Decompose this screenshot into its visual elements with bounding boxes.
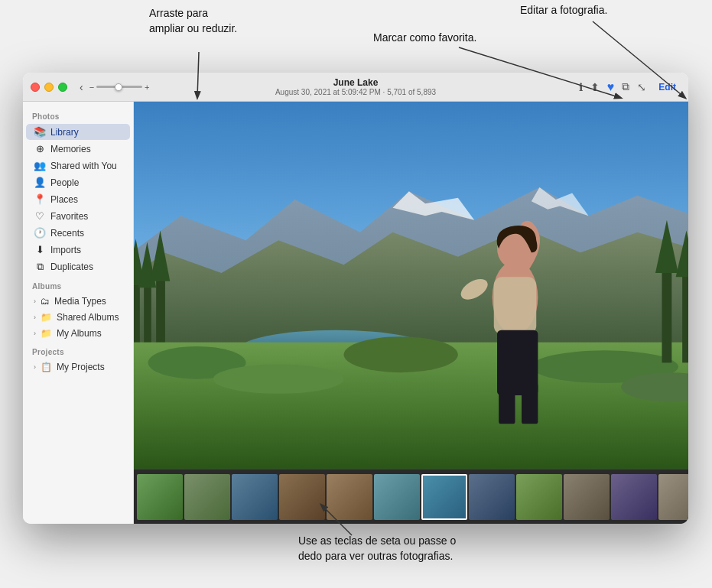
sidebar-item-my-projects[interactable]: › 📋 My Projects bbox=[26, 359, 130, 375]
crop-icon[interactable]: ⤡ bbox=[637, 81, 646, 93]
shared-albums-icon: 📁 bbox=[41, 312, 52, 323]
edit-button[interactable]: Edit bbox=[654, 80, 681, 94]
sidebar-item-media-types[interactable]: › 🗂 Media Types bbox=[26, 294, 130, 309]
photo-title: June Lake bbox=[275, 77, 436, 88]
sidebar: Photos 📚 Library ⊕ Memories 👥 Shared wit… bbox=[23, 102, 134, 524]
photo-info: June Lake August 30, 2021 at 5:09:42 PM … bbox=[275, 77, 436, 96]
svg-point-22 bbox=[344, 336, 458, 372]
thumb-4[interactable] bbox=[279, 474, 325, 520]
zoom-slider-track[interactable] bbox=[96, 86, 142, 88]
annotation-filmstrip: Use as teclas de seta ou passe o dedo pa… bbox=[298, 534, 456, 564]
sidebar-item-my-albums[interactable]: › 📁 My Albums bbox=[26, 326, 130, 341]
nav-controls: ‹ bbox=[76, 80, 86, 95]
sidebar-item-library[interactable]: 📚 Library bbox=[26, 124, 130, 140]
favorites-label: Favorites bbox=[50, 211, 122, 222]
annotation-favorite: Marcar como favorita. bbox=[373, 31, 476, 46]
places-label: Places bbox=[50, 194, 122, 205]
zoom-out-button[interactable]: − bbox=[89, 83, 94, 92]
close-button[interactable] bbox=[31, 83, 40, 92]
my-projects-icon: 📋 bbox=[41, 362, 52, 372]
favorite-icon[interactable]: ♥ bbox=[607, 80, 615, 94]
people-label: People bbox=[50, 177, 122, 188]
thumb-1[interactable] bbox=[137, 474, 183, 520]
sidebar-item-places[interactable]: 📍 Places bbox=[26, 191, 130, 207]
favorites-icon: ♡ bbox=[34, 210, 46, 222]
app-window: ‹ − + June Lake August 30, 2021 at 5:09:… bbox=[23, 73, 688, 524]
thumb-10[interactable] bbox=[564, 474, 610, 520]
maximize-button[interactable] bbox=[58, 83, 67, 92]
albums-section-label: Albums bbox=[23, 276, 133, 293]
sidebar-item-favorites[interactable]: ♡ Favorites bbox=[26, 208, 130, 224]
library-label: Library bbox=[50, 127, 122, 138]
filmstrip[interactable] bbox=[134, 469, 688, 524]
sidebar-item-recents[interactable]: 🕐 Recents bbox=[26, 225, 130, 241]
shared-with-you-label: Shared with You bbox=[50, 161, 122, 171]
thumb-11[interactable] bbox=[611, 474, 657, 520]
annotation-edit: Editar a fotografia. bbox=[520, 3, 607, 18]
photo-area[interactable] bbox=[134, 102, 688, 469]
sidebar-item-shared-with-you[interactable]: 👥 Shared with You bbox=[26, 158, 130, 174]
thumb-5[interactable] bbox=[327, 474, 372, 520]
svg-point-21 bbox=[213, 364, 344, 393]
toolbar-actions: ℹ ⬆ ♥ ⧉ ⤡ Edit bbox=[579, 80, 681, 94]
svg-rect-26 bbox=[494, 277, 536, 334]
memories-icon: ⊕ bbox=[34, 143, 46, 154]
annotation-drag-zoom: Arraste para ampliar ou reduzir. bbox=[149, 6, 237, 36]
zoom-in-button[interactable]: + bbox=[145, 83, 149, 92]
app-body: Photos 📚 Library ⊕ Memories 👥 Shared wit… bbox=[23, 102, 688, 524]
titlebar: ‹ − + June Lake August 30, 2021 at 5:09:… bbox=[23, 73, 688, 102]
duplicate-icon[interactable]: ⧉ bbox=[622, 80, 629, 93]
shared-albums-label: Shared Albums bbox=[57, 312, 119, 323]
projects-section-label: Projects bbox=[23, 342, 133, 359]
photo-display bbox=[134, 102, 688, 469]
info-icon[interactable]: ℹ bbox=[579, 81, 583, 93]
my-albums-icon: 📁 bbox=[41, 328, 52, 339]
my-albums-chevron: › bbox=[34, 330, 36, 337]
minimize-button[interactable] bbox=[44, 83, 54, 92]
memories-label: Memories bbox=[50, 144, 122, 154]
recents-label: Recents bbox=[50, 228, 122, 239]
people-icon: 👤 bbox=[34, 177, 46, 188]
shared-with-you-icon: 👥 bbox=[34, 160, 46, 171]
thumb-3[interactable] bbox=[232, 474, 278, 520]
media-types-icon: 🗂 bbox=[41, 296, 50, 307]
shared-albums-chevron: › bbox=[34, 313, 36, 321]
thumb-9[interactable] bbox=[516, 474, 562, 520]
library-icon: 📚 bbox=[34, 126, 46, 138]
duplicates-icon: ⧉ bbox=[34, 261, 46, 273]
zoom-slider-thumb[interactable] bbox=[115, 83, 122, 91]
duplicates-label: Duplicates bbox=[50, 262, 122, 272]
thumb-12[interactable] bbox=[658, 474, 688, 520]
imports-icon: ⬇ bbox=[34, 244, 46, 255]
main-content bbox=[134, 102, 688, 524]
my-projects-label: My Projects bbox=[57, 362, 105, 372]
recents-icon: 🕐 bbox=[34, 227, 46, 239]
thumb-2[interactable] bbox=[184, 474, 230, 520]
sidebar-item-people[interactable]: 👤 People bbox=[26, 174, 130, 190]
filmstrip-inner bbox=[134, 469, 688, 524]
imports-label: Imports bbox=[50, 245, 122, 255]
thumb-6[interactable] bbox=[374, 474, 420, 520]
sidebar-item-shared-albums[interactable]: › 📁 Shared Albums bbox=[26, 310, 130, 325]
places-icon: 📍 bbox=[34, 193, 46, 205]
thumb-7-active[interactable] bbox=[421, 474, 467, 520]
photo-meta: August 30, 2021 at 5:09:42 PM · 5,701 of… bbox=[275, 88, 436, 96]
traffic-lights bbox=[31, 83, 67, 92]
thumb-8[interactable] bbox=[469, 474, 515, 520]
sidebar-item-memories[interactable]: ⊕ Memories bbox=[26, 141, 130, 157]
share-icon[interactable]: ⬆ bbox=[590, 81, 600, 93]
sidebar-item-duplicates[interactable]: ⧉ Duplicates bbox=[26, 258, 130, 275]
media-types-label: Media Types bbox=[54, 296, 106, 307]
svg-rect-31 bbox=[522, 383, 538, 424]
media-types-chevron: › bbox=[34, 297, 36, 305]
photos-section-label: Photos bbox=[23, 106, 133, 123]
sidebar-item-imports[interactable]: ⬇ Imports bbox=[26, 242, 130, 258]
back-button[interactable]: ‹ bbox=[76, 80, 86, 95]
svg-rect-30 bbox=[499, 383, 515, 424]
zoom-control: − + bbox=[89, 83, 150, 92]
my-albums-label: My Albums bbox=[57, 328, 102, 339]
my-projects-chevron: › bbox=[34, 363, 36, 371]
